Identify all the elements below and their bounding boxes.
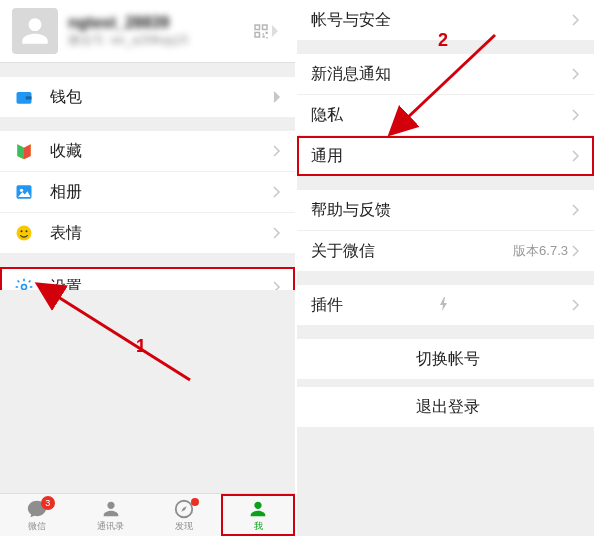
contacts-icon bbox=[100, 498, 122, 520]
favorites-icon bbox=[14, 141, 40, 161]
profile-card[interactable]: ngtest_28839 微信号: wx_a2t9kqq15 bbox=[0, 0, 295, 63]
row-album[interactable]: 相册 bbox=[0, 172, 295, 213]
chevron-right-icon bbox=[273, 145, 285, 157]
tab-me[interactable]: 我 bbox=[221, 494, 295, 536]
profile-name: ngtest_28839 bbox=[68, 14, 251, 32]
svg-point-5 bbox=[21, 230, 23, 232]
tab-bar: 微信 3 通讯录 发现 我 bbox=[0, 493, 295, 536]
badge: 3 bbox=[41, 496, 55, 510]
svg-point-6 bbox=[26, 230, 28, 232]
row-label: 退出登录 bbox=[416, 397, 480, 418]
row-about[interactable]: 关于微信 版本6.7.3 bbox=[297, 231, 594, 271]
row-label: 新消息通知 bbox=[311, 64, 572, 85]
row-label: 帮助与反馈 bbox=[311, 200, 572, 221]
profile-text: ngtest_28839 微信号: wx_a2t9kqq15 bbox=[68, 14, 251, 49]
svg-point-3 bbox=[20, 189, 23, 192]
row-general[interactable]: 通用 bbox=[297, 136, 594, 176]
album-icon bbox=[14, 182, 40, 202]
left-blank bbox=[0, 290, 295, 494]
chevron-right-icon bbox=[572, 109, 584, 121]
me-screen: ngtest_28839 微信号: wx_a2t9kqq15 钱包 bbox=[0, 0, 295, 536]
svg-rect-1 bbox=[26, 96, 32, 99]
tab-label: 我 bbox=[254, 520, 263, 533]
chevron-right-icon bbox=[572, 150, 584, 162]
row-label: 表情 bbox=[50, 223, 273, 244]
avatar bbox=[12, 8, 58, 54]
row-favorites[interactable]: 收藏 bbox=[0, 131, 295, 172]
plugin-bolt-icon bbox=[438, 297, 450, 314]
svg-point-7 bbox=[22, 285, 27, 290]
person-icon bbox=[247, 498, 269, 520]
row-sticker[interactable]: 表情 bbox=[0, 213, 295, 253]
row-account-security[interactable]: 帐号与安全 bbox=[297, 0, 594, 40]
row-label: 帐号与安全 bbox=[311, 10, 572, 31]
profile-id: 微信号: wx_a2t9kqq15 bbox=[68, 32, 251, 49]
chevron-right-icon bbox=[273, 186, 285, 198]
row-label: 关于微信 bbox=[311, 241, 513, 262]
row-wallet[interactable]: 钱包 bbox=[0, 77, 295, 117]
row-label: 收藏 bbox=[50, 141, 273, 162]
chevron-right-icon bbox=[273, 227, 285, 239]
row-label: 切换帐号 bbox=[416, 349, 480, 370]
row-logout[interactable]: 退出登录 bbox=[297, 387, 594, 427]
row-plugins[interactable]: 插件 bbox=[297, 285, 594, 325]
tab-label: 微信 bbox=[28, 520, 46, 533]
chevron-right-icon bbox=[572, 245, 584, 257]
tab-contacts[interactable]: 通讯录 bbox=[74, 494, 148, 536]
chevron-right-icon bbox=[572, 14, 584, 26]
qr-code-icon[interactable] bbox=[251, 21, 271, 41]
row-new-message[interactable]: 新消息通知 bbox=[297, 54, 594, 95]
wallet-icon bbox=[14, 87, 40, 107]
chevron-right-icon bbox=[572, 204, 584, 216]
row-label: 隐私 bbox=[311, 105, 572, 126]
row-label: 插件 bbox=[311, 295, 434, 316]
row-label: 通用 bbox=[311, 146, 572, 167]
row-privacy[interactable]: 隐私 bbox=[297, 95, 594, 136]
svg-point-4 bbox=[17, 226, 32, 241]
chevron-right-icon bbox=[572, 299, 584, 311]
tab-label: 通讯录 bbox=[97, 520, 124, 533]
row-label: 钱包 bbox=[50, 87, 273, 108]
sticker-icon bbox=[14, 223, 40, 243]
tab-discover[interactable]: 发现 bbox=[148, 494, 222, 536]
tab-chat[interactable]: 微信 3 bbox=[0, 494, 74, 536]
row-help[interactable]: 帮助与反馈 bbox=[297, 190, 594, 231]
chevron-right-icon bbox=[271, 25, 283, 37]
settings-screen: 帐号与安全 新消息通知 隐私 通用 帮助与反馈 bbox=[297, 0, 594, 536]
tab-label: 发现 bbox=[175, 520, 193, 533]
row-label: 相册 bbox=[50, 182, 273, 203]
chevron-right-icon bbox=[273, 91, 285, 103]
chevron-right-icon bbox=[572, 68, 584, 80]
notification-dot bbox=[191, 498, 199, 506]
row-switch-account[interactable]: 切换帐号 bbox=[297, 339, 594, 379]
version-text: 版本6.7.3 bbox=[513, 242, 568, 260]
